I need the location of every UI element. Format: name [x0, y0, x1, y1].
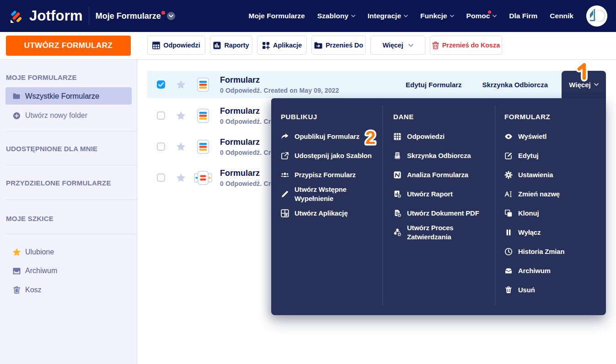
table-icon: [152, 42, 160, 49]
form-row[interactable]: Formularz 0 Odpowiedź. Created on May 09…: [147, 71, 606, 98]
menu-item-publish-form[interactable]: Opublikuj Formularz: [281, 127, 382, 146]
form-type-icon: [197, 109, 209, 123]
nav-item-templates[interactable]: Szablony: [317, 12, 355, 20]
move-to-trash-button[interactable]: Przenieś do Kosza: [430, 36, 502, 55]
menu-item-label: Utwórz Dokument PDF: [407, 209, 479, 218]
sidebar-divider: [5, 200, 137, 200]
table-icon: [393, 132, 402, 141]
move-to-button[interactable]: Przenieś Do: [311, 36, 366, 55]
report-plus-icon: [393, 190, 402, 198]
reports-button[interactable]: Raporty: [210, 36, 252, 55]
menu-item-rename[interactable]: Zmień nazwę: [504, 185, 606, 204]
workspace-caret[interactable]: [167, 12, 175, 20]
flow-plus-icon: [393, 228, 402, 237]
notification-dot: [488, 11, 491, 14]
nav-item-enterprise[interactable]: Dla Firm: [509, 12, 537, 20]
check-icon: [158, 82, 164, 87]
responses-button[interactable]: Odpowiedzi: [147, 36, 205, 55]
gear-icon: [504, 171, 513, 179]
jotform-logo[interactable]: Jotform: [10, 8, 83, 24]
folder-icon: [12, 93, 21, 99]
menu-item-create-app[interactable]: Utwórz Aplikację: [281, 204, 382, 223]
menu-header-data: DANE: [393, 113, 495, 121]
user-avatar[interactable]: [586, 5, 607, 26]
sidebar-item-archive[interactable]: Archiwum: [5, 263, 132, 279]
apps-icon: [262, 42, 270, 49]
menu-item-assign-form[interactable]: Przypisz Formularz: [281, 165, 382, 185]
workspace-switcher[interactable]: Moje Formularze: [96, 11, 175, 21]
menu-item-create-pdf[interactable]: Utwórz Dokument PDF: [393, 204, 495, 223]
menu-item-create-prefill[interactable]: Utwórz Wstępne Wypełnienie: [281, 185, 382, 204]
menu-item-delete[interactable]: Usuń: [504, 280, 606, 300]
users-icon: [281, 171, 289, 179]
nav-item-integrations[interactable]: Integracje: [368, 12, 408, 20]
sidebar-item-all-forms[interactable]: Wszystkie Formularze: [5, 87, 132, 105]
sidebar-item-trash[interactable]: Kosz: [5, 282, 132, 298]
menu-item-disable[interactable]: Wyłącz: [504, 223, 606, 242]
edit-form-link[interactable]: Edytuj Formularz: [406, 81, 462, 89]
row-actions: Edytuj Formularz Skrzynka Odbiorcza: [406, 81, 548, 89]
brand-name: Jotform: [29, 8, 83, 24]
star-icon[interactable]: [176, 111, 186, 120]
notification-dot: [161, 11, 165, 15]
sidebar-divider: [5, 234, 137, 234]
sidebar-section-shared: UDOSTĘPNIONE DLA MNIE: [6, 145, 97, 153]
inbox-link[interactable]: Skrzynka Odbiorcza: [482, 81, 548, 89]
menu-item-responses[interactable]: Odpowiedzi: [393, 127, 495, 146]
row-checkbox[interactable]: [157, 142, 165, 151]
menu-item-edit[interactable]: Edytuj: [504, 146, 606, 165]
row-checkbox-checked[interactable]: [157, 80, 165, 89]
folder-move-icon: [314, 42, 322, 49]
row-checkbox[interactable]: [157, 111, 165, 120]
menu-item-form-analytics[interactable]: Analiza Formularza: [393, 165, 495, 185]
sidebar-item-favorites[interactable]: Ulubione: [5, 244, 132, 260]
form-title: Formularz: [220, 75, 339, 85]
menu-item-settings[interactable]: Ustawienia: [504, 165, 606, 185]
row-checkbox[interactable]: [157, 174, 165, 182]
jotform-logo-icon: [10, 9, 22, 23]
star-icon[interactable]: [176, 173, 186, 182]
menu-header-form: FORMULARZ: [504, 113, 606, 121]
menu-item-revision-history[interactable]: Historia Zmian: [504, 242, 606, 261]
chevron-down-icon: [408, 44, 413, 47]
sidebar-item-new-folder[interactable]: Utwórz nowy folder: [5, 108, 132, 123]
menu-item-label: Utwórz Aplikację: [295, 209, 348, 218]
nav-item-features[interactable]: Funkcje: [420, 12, 454, 20]
menu-item-label: Utwórz Wstępne Wypełnienie: [295, 185, 363, 203]
nav-item-my-forms[interactable]: Moje Formularze: [249, 12, 305, 20]
analytics-icon: [393, 171, 402, 179]
file-plus-icon: [393, 209, 402, 217]
create-form-button[interactable]: UTWÓRZ FORMULARZ: [6, 36, 131, 56]
button-label: Więcej: [382, 42, 403, 49]
menu-item-create-report[interactable]: Utwórz Raport: [393, 185, 495, 204]
menu-item-preview[interactable]: Wyświetl: [504, 127, 606, 146]
nav-item-help[interactable]: Pomoc: [466, 12, 497, 20]
nav-item-pricing[interactable]: Cennik: [550, 12, 573, 20]
archive-icon: [12, 268, 21, 274]
sidebar-item-label: Wszystkie Formularze: [25, 92, 99, 100]
menu-item-label: Archiwum: [518, 266, 551, 275]
sidebar-create-section: UTWÓRZ FORMULARZ: [0, 32, 137, 60]
menu-item-create-approval-flow[interactable]: Utwórz Proces Zatwierdzania: [393, 223, 495, 242]
more-button[interactable]: Więcej: [370, 36, 425, 55]
button-label: Przenieś do Kosza: [442, 42, 500, 49]
workspace-label: Moje Formularze: [96, 11, 161, 21]
button-label: Aplikacje: [273, 42, 302, 49]
star-icon[interactable]: [176, 80, 186, 89]
menu-column-form: FORMULARZ Wyświetl Edytuj Ustawienia Zmi…: [495, 98, 606, 315]
row-more-label: Więcej: [569, 81, 590, 89]
menu-item-archive[interactable]: Archiwum: [504, 261, 606, 280]
menu-item-label: Zmień nazwę: [518, 190, 560, 199]
menu-item-inbox[interactable]: Skrzynka Odbiorcza: [393, 146, 495, 165]
navbar-divider: [89, 7, 89, 25]
inbox-doc-icon: [393, 152, 402, 160]
export-icon: [281, 152, 289, 160]
star-icon[interactable]: [176, 142, 186, 151]
apps-button[interactable]: Aplikacje: [257, 36, 307, 55]
menu-item-clone[interactable]: Klonuj: [504, 204, 606, 223]
menu-item-share-as-template[interactable]: Udostępnij jako Szablon: [281, 146, 382, 165]
share-arrow-icon: [281, 132, 289, 141]
menu-item-label: Udostępnij jako Szablon: [295, 151, 372, 160]
menu-item-label: Utwórz Raport: [407, 190, 453, 199]
row-more-button[interactable]: Więcej: [562, 71, 606, 98]
